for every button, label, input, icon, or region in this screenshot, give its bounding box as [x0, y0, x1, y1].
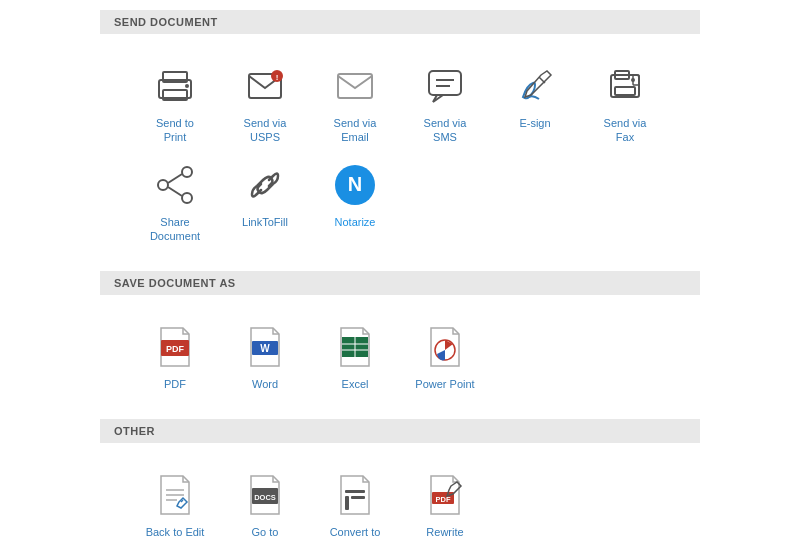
share-icon: [151, 161, 199, 209]
svg-point-19: [158, 180, 168, 190]
svg-line-21: [168, 187, 182, 196]
send-document-grid: Send toPrint ! Send viaUSPS: [100, 44, 700, 267]
convert-to-template-button[interactable]: Convert toTemplate: [310, 463, 400, 538]
esign-icon: [511, 62, 559, 110]
save-powerpoint-label: Power Point: [415, 377, 474, 391]
save-pdf-button[interactable]: PDF PDF: [130, 315, 220, 399]
svg-rect-41: [351, 496, 365, 499]
other-header: OTHER: [100, 419, 700, 443]
convert-to-template-label: Convert toTemplate: [330, 525, 381, 538]
send-via-sms-label: Send viaSMS: [424, 116, 467, 145]
svg-text:!: !: [276, 73, 279, 82]
svg-text:PDF: PDF: [436, 495, 451, 504]
svg-point-3: [185, 84, 189, 88]
back-to-edit-label: Back to Edit: [146, 525, 205, 538]
save-powerpoint-button[interactable]: Power Point: [400, 315, 490, 399]
word-icon: W: [241, 323, 289, 371]
usps-icon: !: [241, 62, 289, 110]
save-excel-button[interactable]: Excel: [310, 315, 400, 399]
save-word-button[interactable]: W Word: [220, 315, 310, 399]
share-document-label: ShareDocument: [150, 215, 200, 244]
save-word-label: Word: [252, 377, 278, 391]
e-sign-button[interactable]: E-sign: [490, 54, 580, 153]
send-to-print-label: Send toPrint: [156, 116, 194, 145]
send-document-header: SEND DOCUMENT: [100, 10, 700, 34]
svg-text:W: W: [260, 343, 270, 354]
send-document-section: SEND DOCUMENT Send toPrint: [100, 10, 700, 267]
send-via-email-label: Send viaEmail: [334, 116, 377, 145]
share-document-button[interactable]: ShareDocument: [130, 153, 220, 252]
svg-rect-7: [338, 74, 372, 98]
save-document-header: SAVE DOCUMENT AS: [100, 271, 700, 295]
send-via-sms-button[interactable]: Send viaSMS: [400, 54, 490, 153]
notarize-icon: N: [331, 161, 379, 209]
mydocs-icon: DOCS: [241, 471, 289, 519]
pdf-icon: PDF: [151, 323, 199, 371]
svg-text:N: N: [348, 173, 362, 195]
template-icon: [331, 471, 379, 519]
e-sign-label: E-sign: [519, 116, 550, 130]
save-document-section: SAVE DOCUMENT AS PDF PDF: [100, 271, 700, 415]
svg-rect-14: [615, 87, 635, 95]
sms-icon: [421, 62, 469, 110]
other-grid: Back to Edit DOCS Go toMyDocs: [100, 453, 700, 538]
backedit-icon: [151, 471, 199, 519]
svg-line-20: [168, 174, 182, 183]
go-to-mydocs-label: Go toMyDocs: [245, 525, 285, 538]
save-excel-label: Excel: [342, 377, 369, 391]
svg-rect-40: [345, 496, 349, 510]
send-to-print-button[interactable]: Send toPrint: [130, 54, 220, 153]
go-to-mydocs-button[interactable]: DOCS Go toMyDocs: [220, 463, 310, 538]
send-via-email-button[interactable]: Send viaEmail: [310, 54, 400, 153]
excel-icon: [331, 323, 379, 371]
send-via-fax-label: Send viaFax: [604, 116, 647, 145]
svg-text:DOCS: DOCS: [254, 493, 276, 502]
send-via-fax-button[interactable]: Send viaFax: [580, 54, 670, 153]
svg-rect-39: [345, 490, 365, 493]
svg-text:PDF: PDF: [166, 344, 185, 354]
svg-point-18: [182, 193, 192, 203]
link-to-fill-button[interactable]: LinkToFill: [220, 153, 310, 252]
rewrite-pdf-button[interactable]: PDF RewritePDF: [400, 463, 490, 538]
fax-icon: [601, 62, 649, 110]
email-icon: [331, 62, 379, 110]
link-icon: [241, 161, 289, 209]
send-via-usps-button[interactable]: ! Send viaUSPS: [220, 54, 310, 153]
rewritepdf-icon: PDF: [421, 471, 469, 519]
svg-rect-8: [429, 71, 461, 95]
powerpoint-icon: [421, 323, 469, 371]
back-to-edit-button[interactable]: Back to Edit: [130, 463, 220, 538]
print-icon: [151, 62, 199, 110]
other-section: OTHER Back to Edit: [100, 419, 700, 538]
rewrite-pdf-label: RewritePDF: [426, 525, 463, 538]
link-to-fill-label: LinkToFill: [242, 215, 288, 229]
svg-point-17: [182, 167, 192, 177]
save-document-grid: PDF PDF W Word: [100, 305, 700, 415]
svg-line-11: [539, 77, 545, 83]
notarize-label: Notarize: [335, 215, 376, 229]
main-container: SEND DOCUMENT Send toPrint: [100, 0, 700, 538]
send-via-usps-label: Send viaUSPS: [244, 116, 287, 145]
notarize-button[interactable]: N Notarize: [310, 153, 400, 252]
save-pdf-label: PDF: [164, 377, 186, 391]
